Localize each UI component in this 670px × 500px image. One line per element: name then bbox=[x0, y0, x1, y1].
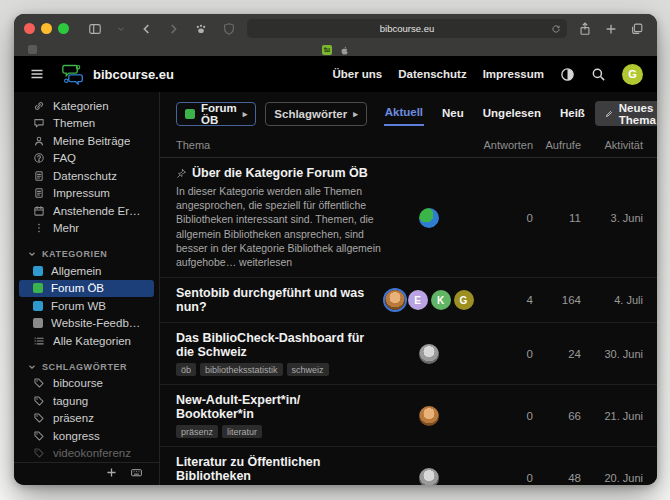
sidebar-item-mehr[interactable]: Mehr bbox=[19, 220, 154, 238]
address-bar[interactable]: bibcourse.eu bbox=[247, 19, 567, 38]
nav-imprint-link[interactable]: Impressum bbox=[483, 68, 544, 80]
topic-title[interactable]: New-Adult-Expert*in/ Booktoker*in bbox=[176, 393, 381, 421]
column-aktivitaet[interactable]: Aktivität bbox=[581, 139, 643, 151]
topic-tag[interactable]: bibliotheksstatistik bbox=[200, 363, 283, 376]
topic-tag[interactable]: literatur bbox=[222, 425, 262, 438]
sidebar-category-forum-b[interactable]: Forum ÖB bbox=[19, 280, 154, 298]
topic-posters bbox=[381, 468, 477, 485]
tag-icon bbox=[33, 412, 45, 424]
topic-title[interactable]: Sentobib durchgeführt und was nun? bbox=[176, 286, 381, 314]
chevron-down-icon[interactable] bbox=[111, 19, 131, 39]
sidebar-tag-bibcourse[interactable]: bibcourse bbox=[19, 375, 154, 393]
user-avatar[interactable]: G bbox=[622, 64, 643, 85]
new-topic-button[interactable]: Neues Thema bbox=[595, 101, 657, 126]
tab-neu[interactable]: Neu bbox=[441, 102, 465, 125]
sidebar-item-impressum[interactable]: Impressum bbox=[19, 185, 154, 203]
topic-tag[interactable]: schweiz bbox=[287, 363, 329, 376]
sidebar-item-kategorien[interactable]: Kategorien bbox=[19, 97, 154, 115]
hamburger-menu-icon[interactable] bbox=[24, 61, 50, 87]
topic-title[interactable]: Das BiblioCheck-Dashboard für die Schwei… bbox=[176, 331, 381, 359]
zoom-window-button[interactable] bbox=[58, 23, 69, 34]
sidebar-item-datenschutz[interactable]: Datenschutz bbox=[19, 167, 154, 185]
topic-title[interactable]: Über die Kategorie Forum ÖB bbox=[176, 166, 381, 180]
sidebar-tag-tagung[interactable]: tagung bbox=[19, 392, 154, 410]
tag-filter-dropdown[interactable]: Schlagwörter ▸ bbox=[265, 102, 366, 126]
sidebar-category-website-feedback[interactable]: Website-Feedback bbox=[19, 315, 154, 333]
column-thema[interactable]: Thema bbox=[176, 139, 381, 151]
topic-activity[interactable]: 30. Juni bbox=[581, 348, 643, 360]
back-button[interactable] bbox=[137, 19, 157, 39]
nav-privacy-link[interactable]: Datenschutz bbox=[398, 68, 466, 80]
add-section-icon[interactable] bbox=[105, 465, 118, 483]
tag-icon bbox=[33, 430, 45, 442]
sidebar-tag-videokonferenz[interactable]: videokonferenz bbox=[19, 445, 154, 463]
sidebar-category-forum-wb[interactable]: Forum WB bbox=[19, 297, 154, 315]
topic-views: 11 bbox=[533, 212, 581, 224]
sidebar-category-alle-kategorien[interactable]: Alle Kategorien bbox=[19, 332, 154, 350]
extension-paw-icon[interactable] bbox=[191, 19, 211, 39]
topic-replies[interactable]: 4 bbox=[477, 294, 533, 306]
chevron-down-icon bbox=[28, 250, 36, 258]
topic-replies[interactable]: 0 bbox=[477, 472, 533, 484]
sidebar-item-themen[interactable]: Themen bbox=[19, 115, 154, 133]
sidebar-item-meine-beitr-ge[interactable]: Meine Beiträge bbox=[19, 132, 154, 150]
tab-ungelesen[interactable]: Ungelesen bbox=[482, 102, 542, 125]
keyboard-shortcuts-icon[interactable] bbox=[130, 465, 143, 483]
reload-icon[interactable] bbox=[551, 20, 561, 38]
sidebar-footer bbox=[14, 462, 159, 485]
tab-overview-icon[interactable] bbox=[627, 19, 647, 39]
avatar[interactable] bbox=[419, 406, 439, 426]
privacy-shield-icon[interactable] bbox=[219, 19, 239, 39]
list-icon bbox=[33, 335, 45, 347]
topic-row: Sentobib durchgeführt und was nun? EKG 4… bbox=[160, 278, 657, 323]
apple-favicon[interactable] bbox=[340, 41, 349, 59]
sidebar-tag-kongress[interactable]: kongress bbox=[19, 427, 154, 445]
sidebar-item-faq[interactable]: FAQ bbox=[19, 150, 154, 168]
sidebar-categories-header[interactable]: Kategorien bbox=[28, 249, 154, 259]
avatar[interactable]: K bbox=[431, 290, 451, 310]
topic-replies[interactable]: 0 bbox=[477, 212, 533, 224]
nav-about-link[interactable]: Über uns bbox=[332, 68, 382, 80]
sidebar-tag-präsenz[interactable]: präsenz bbox=[19, 410, 154, 428]
topic-replies[interactable]: 0 bbox=[477, 348, 533, 360]
sidebar-category-allgemein[interactable]: Allgemein bbox=[19, 262, 154, 280]
sidebar-tags-header[interactable]: Schlagwörter bbox=[28, 362, 154, 372]
topic-activity[interactable]: 4. Juli bbox=[581, 294, 643, 306]
caret-icon: ▸ bbox=[243, 109, 248, 119]
column-aufrufe[interactable]: Aufrufe bbox=[533, 139, 581, 151]
topic-activity[interactable]: 20. Juni bbox=[581, 472, 643, 484]
theme-contrast-toggle-icon[interactable] bbox=[560, 67, 575, 82]
sidebar: KategorienThemenMeine BeiträgeFAQDatensc… bbox=[14, 92, 160, 485]
avatar[interactable] bbox=[385, 290, 405, 310]
tab-aktuell[interactable]: Aktuell bbox=[384, 101, 424, 126]
share-icon[interactable] bbox=[575, 19, 595, 39]
forward-button[interactable] bbox=[163, 19, 183, 39]
avatar[interactable] bbox=[419, 344, 439, 364]
site-header: bibcourse.eu Über uns Datenschutz Impres… bbox=[14, 56, 657, 92]
category-color-square bbox=[33, 266, 43, 276]
topic-activity[interactable]: 21. Juni bbox=[581, 410, 643, 422]
avatar[interactable]: G bbox=[454, 290, 474, 310]
category-color-square bbox=[33, 283, 43, 293]
site-logo-home-link[interactable]: bibcourse.eu bbox=[60, 63, 174, 85]
new-tab-icon[interactable] bbox=[601, 19, 621, 39]
column-antworten[interactable]: Antworten bbox=[477, 139, 533, 151]
topic-tag[interactable]: präsenz bbox=[176, 425, 218, 438]
search-icon[interactable] bbox=[591, 67, 606, 82]
tag-icon bbox=[33, 447, 45, 459]
minimize-window-button[interactable] bbox=[41, 23, 52, 34]
sidebar-item-anstehende-ereign-[interactable]: Anstehende Ereign… bbox=[19, 202, 154, 220]
question-icon bbox=[33, 152, 45, 164]
avatar[interactable] bbox=[419, 468, 439, 485]
topic-tag[interactable]: öb bbox=[176, 363, 196, 376]
topic-activity[interactable]: 3. Juni bbox=[581, 212, 643, 224]
sidebar-toggle-icon[interactable] bbox=[85, 19, 105, 39]
close-window-button[interactable] bbox=[24, 23, 35, 34]
topic-replies[interactable]: 0 bbox=[477, 410, 533, 422]
tab-heiß[interactable]: Heiß bbox=[559, 102, 586, 125]
avatar[interactable]: E bbox=[408, 290, 428, 310]
avatar[interactable] bbox=[419, 208, 439, 228]
topic-title[interactable]: Literatur zu Öffentlichen Bibliotheken bbox=[176, 455, 381, 483]
tu-favicon[interactable]: tu bbox=[322, 45, 332, 55]
category-filter-dropdown[interactable]: Forum ÖB ▸ bbox=[176, 102, 256, 126]
